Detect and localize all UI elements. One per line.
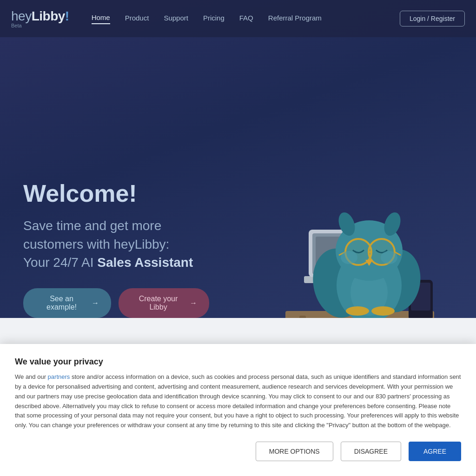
nav-link-support[interactable]: Support — [164, 14, 188, 24]
nav-link-home[interactable]: Home — [92, 13, 110, 24]
hero-subtitle-bold: Your 24/7 AI Sales Assistant — [23, 255, 193, 270]
svg-point-24 — [381, 251, 397, 264]
disagree-button[interactable]: DISAGREE — [341, 442, 401, 461]
hero-subtitle-plain: Save time and get more customers with he… — [23, 218, 169, 251]
cookie-buttons: MORE OPTIONS DISAGREE AGREE — [15, 442, 461, 461]
hero-buttons: See an example! → Create your Libby → — [23, 288, 209, 318]
agree-button[interactable]: AGREE — [409, 442, 461, 461]
svg-point-23 — [341, 251, 357, 264]
logo-exclaim: ! — [65, 9, 69, 23]
logo-hey: hey — [11, 9, 32, 23]
nav-link-pricing[interactable]: Pricing — [203, 14, 225, 24]
hero-subtitle-highlight: Sales Assistant — [97, 255, 193, 270]
cookie-body-text: We and our — [15, 373, 48, 380]
svg-point-14 — [371, 306, 395, 316]
cookie-partners-link[interactable]: partners — [48, 373, 70, 380]
arrow-icon: → — [92, 299, 99, 307]
logo-libby: Libby — [32, 9, 65, 23]
nav-links: Home Product Support Pricing FAQ Referra… — [92, 13, 400, 24]
more-options-button[interactable]: MORE OPTIONS — [256, 442, 333, 461]
login-register-button[interactable]: Login / Register — [400, 11, 465, 26]
nav-link-referral[interactable]: Referral Program — [268, 14, 322, 24]
owl-illustration — [271, 178, 448, 332]
nav-link-faq[interactable]: FAQ — [239, 14, 253, 24]
below-hero-section — [0, 318, 476, 346]
cookie-body2-text: store and/or access information on a dev… — [15, 373, 461, 429]
owl-svg-container — [271, 178, 448, 332]
svg-point-13 — [346, 306, 369, 316]
create-libby-button[interactable]: Create your Libby → — [119, 288, 209, 318]
logo[interactable]: heyLibby! Beta — [11, 9, 69, 28]
cookie-text: We and our partners store and/or access … — [15, 372, 461, 430]
cookie-banner: We value your privacy We and our partner… — [0, 344, 476, 476]
cookie-title: We value your privacy — [15, 357, 461, 367]
hero-subtitle: Save time and get more customers with he… — [23, 217, 209, 271]
logo-text: heyLibby! — [11, 9, 69, 24]
hero-welcome-heading: Welcome! — [23, 179, 209, 207]
arrow-icon-2: → — [190, 299, 197, 307]
owl-svg — [271, 178, 448, 332]
hero-content: Welcome! Save time and get more customer… — [0, 179, 232, 318]
nav-link-product[interactable]: Product — [125, 14, 149, 24]
hero-section: Welcome! Save time and get more customer… — [0, 0, 476, 346]
navbar: heyLibby! Beta Home Product Support Pric… — [0, 0, 476, 37]
logo-beta: Beta — [11, 23, 69, 28]
see-example-button[interactable]: See an example! → — [23, 288, 111, 318]
